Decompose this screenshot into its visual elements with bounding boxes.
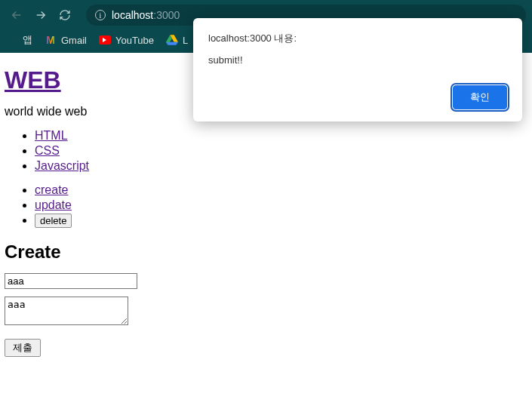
url-text: localhost:3000: [112, 9, 180, 21]
alert-message: submit!!: [208, 54, 507, 66]
form: aaa 제출: [5, 273, 527, 357]
bookmark-drive[interactable]: L: [166, 34, 188, 46]
submit-button[interactable]: 제출: [5, 339, 41, 357]
bookmark-apps[interactable]: 앱: [6, 33, 32, 47]
apps-icon: [6, 34, 18, 46]
drive-icon: [166, 34, 178, 46]
alert-title: localhost:3000 내용:: [208, 32, 507, 45]
list-item: HTML: [35, 129, 527, 143]
youtube-icon: [99, 34, 111, 46]
gmail-icon: M: [45, 34, 57, 46]
body-textarea[interactable]: aaa: [5, 297, 128, 325]
bookmark-label: Gmail: [61, 35, 87, 46]
bookmark-label: 앱: [23, 33, 32, 47]
forward-button[interactable]: [30, 5, 51, 26]
url-port: :3000: [153, 9, 180, 21]
alert-ok-button[interactable]: 확인: [453, 85, 507, 109]
heading-link[interactable]: WEB: [5, 66, 61, 94]
bookmark-label: YouTube: [115, 35, 154, 46]
bookmark-label: L: [183, 35, 188, 46]
back-button[interactable]: [6, 5, 27, 26]
topic-link[interactable]: Javascript: [35, 159, 89, 172]
bookmark-youtube[interactable]: YouTube: [99, 34, 154, 46]
alert-dialog: localhost:3000 내용: submit!! 확인: [193, 18, 522, 121]
info-icon[interactable]: i: [95, 10, 106, 20]
delete-button[interactable]: delete: [35, 214, 72, 228]
form-heading: Create: [5, 241, 527, 263]
title-input[interactable]: [5, 273, 137, 289]
bookmark-gmail[interactable]: M Gmail: [45, 34, 87, 46]
list-item: create: [35, 183, 527, 197]
reload-button[interactable]: [54, 5, 75, 26]
list-item: Javascript: [35, 159, 527, 173]
alert-actions: 확인: [208, 85, 507, 109]
topic-link[interactable]: HTML: [35, 129, 68, 142]
list-item: update: [35, 198, 527, 212]
list-item: delete: [35, 214, 527, 228]
topic-link[interactable]: CSS: [35, 144, 60, 157]
url-host: localhost: [112, 9, 153, 21]
topics-list: HTML CSS Javascript: [5, 129, 527, 173]
actions-list: create update delete: [5, 183, 527, 228]
update-link[interactable]: update: [35, 198, 72, 211]
list-item: CSS: [35, 144, 527, 158]
create-link[interactable]: create: [35, 183, 68, 196]
